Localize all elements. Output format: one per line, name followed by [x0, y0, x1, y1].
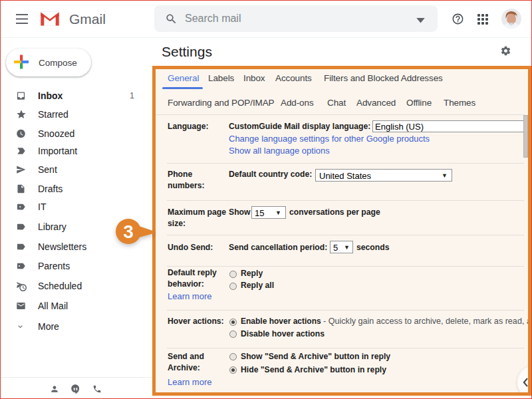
svg-text:3: 3 [123, 221, 134, 242]
